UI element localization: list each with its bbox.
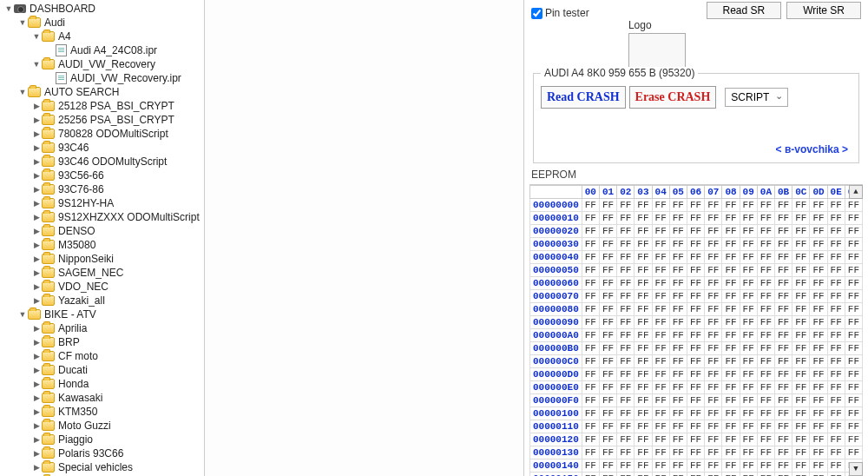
- hex-cell[interactable]: FF: [599, 394, 616, 407]
- expander-icon[interactable]: [31, 281, 42, 292]
- hex-cell[interactable]: FF: [740, 212, 757, 225]
- tree-item[interactable]: Special vehicles: [0, 460, 204, 474]
- hex-cell[interactable]: FF: [635, 473, 652, 477]
- hex-cell[interactable]: FF: [722, 290, 740, 303]
- expander-icon[interactable]: [17, 309, 28, 320]
- hex-cell[interactable]: FF: [774, 251, 792, 264]
- hex-cell[interactable]: FF: [740, 368, 757, 381]
- hex-cell[interactable]: FF: [599, 329, 616, 342]
- hex-cell[interactable]: FF: [582, 199, 599, 212]
- hex-cell[interactable]: FF: [792, 264, 810, 277]
- hex-cell[interactable]: FF: [722, 329, 740, 342]
- author-link[interactable]: < в-vovchika >: [541, 143, 848, 155]
- scroll-up-button[interactable]: ▲: [849, 185, 863, 199]
- hex-cell[interactable]: FF: [792, 355, 810, 368]
- hex-cell[interactable]: FF: [669, 264, 687, 277]
- hex-cell[interactable]: FF: [652, 368, 669, 381]
- tree-item[interactable]: BIKE - ATV: [0, 307, 204, 321]
- hex-cell[interactable]: FF: [810, 459, 827, 473]
- hex-cell[interactable]: FF: [599, 342, 616, 355]
- hex-cell[interactable]: FF: [652, 355, 669, 368]
- hex-cell[interactable]: FF: [582, 394, 599, 407]
- tree-item[interactable]: AUDI_VW_Recovery: [0, 57, 204, 71]
- hex-cell[interactable]: FF: [827, 303, 845, 316]
- hex-cell[interactable]: FF: [845, 277, 862, 290]
- hex-cell[interactable]: FF: [810, 407, 827, 420]
- hex-cell[interactable]: FF: [722, 459, 740, 473]
- hex-cell[interactable]: FF: [652, 290, 669, 303]
- hex-cell[interactable]: FF: [845, 199, 862, 212]
- hex-cell[interactable]: FF: [599, 355, 616, 368]
- tree-item[interactable]: 93C46 ODOMultyScript: [0, 155, 204, 169]
- tree-item[interactable]: M35080: [0, 238, 204, 252]
- hex-cell[interactable]: FF: [827, 394, 845, 407]
- hex-cell[interactable]: FF: [617, 225, 635, 238]
- hex-cell[interactable]: FF: [792, 433, 810, 446]
- hex-cell[interactable]: FF: [757, 329, 774, 342]
- hex-cell[interactable]: FF: [705, 212, 722, 225]
- hex-cell[interactable]: FF: [635, 238, 652, 251]
- hex-cell[interactable]: FF: [705, 446, 722, 459]
- hex-cell[interactable]: FF: [687, 199, 704, 212]
- hex-cell[interactable]: FF: [599, 264, 616, 277]
- hex-cell[interactable]: FF: [599, 199, 616, 212]
- expander-icon[interactable]: [31, 434, 42, 445]
- hex-cell[interactable]: FF: [687, 473, 704, 477]
- hex-cell[interactable]: FF: [845, 225, 862, 238]
- hex-cell[interactable]: FF: [652, 225, 669, 238]
- hex-cell[interactable]: FF: [792, 342, 810, 355]
- hex-cell[interactable]: FF: [774, 368, 792, 381]
- hex-cell[interactable]: FF: [722, 238, 740, 251]
- hex-cell[interactable]: FF: [792, 329, 810, 342]
- hex-cell[interactable]: FF: [757, 199, 774, 212]
- hex-cell[interactable]: FF: [722, 381, 740, 394]
- hex-cell[interactable]: FF: [652, 303, 669, 316]
- expander-icon[interactable]: [31, 212, 42, 222]
- hex-cell[interactable]: FF: [652, 394, 669, 407]
- hex-cell[interactable]: FF: [757, 446, 774, 459]
- expander-icon[interactable]: [31, 365, 42, 375]
- hex-cell[interactable]: FF: [757, 368, 774, 381]
- hex-cell[interactable]: FF: [722, 212, 740, 225]
- hex-cell[interactable]: FF: [669, 303, 687, 316]
- hex-cell[interactable]: FF: [705, 433, 722, 446]
- hex-cell[interactable]: FF: [722, 433, 740, 446]
- hex-cell[interactable]: FF: [757, 316, 774, 329]
- hex-cell[interactable]: FF: [582, 381, 599, 394]
- tree-item[interactable]: Aprilia: [0, 321, 204, 335]
- hex-cell[interactable]: FF: [757, 212, 774, 225]
- hex-cell[interactable]: FF: [617, 420, 635, 433]
- hex-cell[interactable]: FF: [687, 433, 704, 446]
- hex-cell[interactable]: FF: [740, 225, 757, 238]
- hex-cell[interactable]: FF: [669, 407, 687, 420]
- hex-cell[interactable]: FF: [827, 199, 845, 212]
- hex-cell[interactable]: FF: [845, 290, 862, 303]
- hex-cell[interactable]: FF: [827, 264, 845, 277]
- hex-cell[interactable]: FF: [792, 225, 810, 238]
- hex-cell[interactable]: FF: [757, 355, 774, 368]
- expander-icon[interactable]: [31, 115, 42, 125]
- hex-cell[interactable]: FF: [669, 342, 687, 355]
- hex-cell[interactable]: FF: [757, 238, 774, 251]
- hex-cell[interactable]: FF: [792, 381, 810, 394]
- tree-item[interactable]: Ducati: [0, 363, 204, 377]
- hex-cell[interactable]: FF: [774, 459, 792, 473]
- hex-cell[interactable]: FF: [792, 277, 810, 290]
- hex-cell[interactable]: FF: [599, 459, 616, 473]
- hex-cell[interactable]: FF: [757, 342, 774, 355]
- hex-cell[interactable]: FF: [687, 381, 704, 394]
- tree-item[interactable]: 780828 ODOMultiScript: [0, 127, 204, 141]
- hex-cell[interactable]: FF: [669, 394, 687, 407]
- hex-cell[interactable]: FF: [810, 277, 827, 290]
- expander-icon[interactable]: [31, 295, 42, 306]
- hex-cell[interactable]: FF: [705, 355, 722, 368]
- hex-cell[interactable]: FF: [845, 394, 862, 407]
- hex-cell[interactable]: FF: [599, 225, 616, 238]
- hex-cell[interactable]: FF: [635, 459, 652, 473]
- hex-cell[interactable]: FF: [722, 394, 740, 407]
- hex-cell[interactable]: FF: [652, 342, 669, 355]
- expander-icon[interactable]: [31, 184, 42, 195]
- tree-item[interactable]: VDO_NEC: [0, 280, 204, 294]
- hex-cell[interactable]: FF: [792, 420, 810, 433]
- expander-icon[interactable]: [31, 198, 42, 208]
